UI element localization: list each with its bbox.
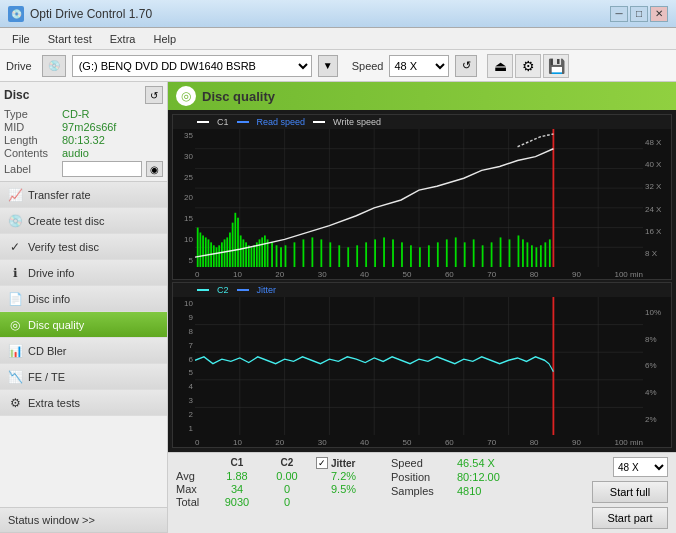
- sidebar-item-drive-info[interactable]: ℹ Drive info: [0, 260, 167, 286]
- svg-rect-48: [303, 239, 305, 267]
- svg-rect-49: [311, 237, 313, 267]
- speed-refresh-button[interactable]: ↺: [455, 55, 477, 77]
- samples-stat-value: 4810: [457, 485, 481, 497]
- menu-help[interactable]: Help: [145, 31, 184, 47]
- drive-arrow-button[interactable]: ▼: [318, 55, 338, 77]
- sidebar-item-transfer-rate[interactable]: 📈 Transfer rate: [0, 182, 167, 208]
- nav-items: 📈 Transfer rate 💿 Create test disc ✓ Ver…: [0, 182, 167, 507]
- drive-select[interactable]: (G:) BENQ DVD DD DW1640 BSRB: [72, 55, 312, 77]
- read-speed-legend-color: [237, 121, 249, 123]
- drive-info-icon: ℹ: [8, 266, 22, 280]
- max-c2: 0: [262, 483, 312, 495]
- menu-start-test[interactable]: Start test: [40, 31, 100, 47]
- chart1-svg: [195, 129, 643, 267]
- svg-rect-56: [374, 239, 376, 267]
- c2-legend-label: C2: [217, 285, 229, 295]
- disc-info-label: Disc info: [28, 293, 70, 305]
- svg-rect-76: [535, 247, 537, 267]
- svg-rect-72: [518, 235, 520, 267]
- avg-c1: 1.88: [212, 470, 262, 482]
- write-speed-legend-label: Write speed: [333, 117, 381, 127]
- status-window-button[interactable]: Status window >>: [0, 507, 167, 533]
- disc-quality-icon: ◎: [8, 318, 22, 332]
- label-input[interactable]: [62, 161, 142, 177]
- svg-rect-23: [216, 247, 218, 267]
- speed-stat-label: Speed: [391, 457, 453, 469]
- sidebar-item-create-test-disc[interactable]: 💿 Create test disc: [0, 208, 167, 234]
- start-full-button[interactable]: Start full: [592, 481, 668, 503]
- verify-test-disc-label: Verify test disc: [28, 241, 99, 253]
- length-value: 80:13.32: [62, 134, 105, 146]
- menu-extra[interactable]: Extra: [102, 31, 144, 47]
- mid-key: MID: [4, 121, 62, 133]
- sidebar-item-verify-test-disc[interactable]: ✓ Verify test disc: [0, 234, 167, 260]
- settings-button[interactable]: ⚙: [515, 54, 541, 78]
- svg-rect-59: [401, 242, 403, 267]
- chart1-y-axis-right: 48 X 40 X 32 X 24 X 16 X 8 X: [643, 129, 671, 267]
- minimize-button[interactable]: ─: [610, 6, 628, 22]
- type-key: Type: [4, 108, 62, 120]
- svg-rect-63: [437, 242, 439, 267]
- sidebar-item-fe-te[interactable]: 📉 FE / TE: [0, 364, 167, 390]
- drive-bar: Drive 💿 (G:) BENQ DVD DD DW1640 BSRB ▼ S…: [0, 50, 676, 82]
- total-c2: 0: [262, 496, 312, 508]
- charts-container: C1 Read speed Write speed 35 30 25 20 15: [168, 110, 676, 452]
- fe-te-label: FE / TE: [28, 371, 65, 383]
- svg-rect-20: [208, 239, 210, 267]
- label-set-button[interactable]: ◉: [146, 161, 163, 177]
- svg-rect-29: [232, 223, 234, 267]
- c2-legend-color: [197, 289, 209, 291]
- sidebar-item-extra-tests[interactable]: ⚙ Extra tests: [0, 390, 167, 416]
- svg-rect-37: [253, 245, 255, 267]
- eject-button[interactable]: ⏏: [487, 54, 513, 78]
- jitter-col-header: Jitter: [331, 458, 355, 469]
- drive-label: Drive: [6, 60, 32, 72]
- svg-rect-30: [234, 213, 236, 267]
- disc-quality-label: Disc quality: [28, 319, 84, 331]
- svg-rect-65: [455, 237, 457, 267]
- disc-section-label: Disc: [4, 88, 29, 102]
- position-stat-value: 80:12.00: [457, 471, 500, 483]
- length-key: Length: [4, 134, 62, 146]
- svg-rect-24: [218, 245, 220, 267]
- avg-label: Avg: [176, 470, 212, 482]
- chart2-y-axis-left: 10 9 8 7 6 5 4 3 2 1: [173, 297, 195, 435]
- test-speed-select[interactable]: 48 X: [613, 457, 668, 477]
- disc-quality-title: Disc quality: [202, 89, 275, 104]
- disc-refresh-button[interactable]: ↺: [145, 86, 163, 104]
- svg-rect-22: [213, 245, 215, 267]
- type-value: CD-R: [62, 108, 90, 120]
- transfer-rate-label: Transfer rate: [28, 189, 91, 201]
- svg-rect-45: [280, 247, 282, 267]
- svg-rect-28: [229, 233, 231, 268]
- app-icon: 💿: [8, 6, 24, 22]
- close-button[interactable]: ✕: [650, 6, 668, 22]
- svg-rect-19: [205, 237, 207, 267]
- svg-rect-78: [544, 242, 546, 267]
- svg-rect-61: [419, 247, 421, 267]
- sidebar-item-disc-info[interactable]: 📄 Disc info: [0, 286, 167, 312]
- svg-rect-51: [329, 242, 331, 267]
- chart1-x-axis: 0 10 20 30 40 50 60 70 80 90 100 min: [195, 270, 643, 279]
- samples-stat-label: Samples: [391, 485, 453, 497]
- svg-rect-44: [276, 245, 278, 267]
- start-part-button[interactable]: Start part: [592, 507, 668, 529]
- sidebar-item-cd-bler[interactable]: 📊 CD Bler: [0, 338, 167, 364]
- read-speed-legend-label: Read speed: [257, 117, 306, 127]
- svg-rect-55: [365, 242, 367, 267]
- svg-rect-66: [464, 242, 466, 267]
- sidebar: Disc ↺ Type CD-R MID 97m26s66f Length 80…: [0, 82, 168, 533]
- maximize-button[interactable]: □: [630, 6, 648, 22]
- save-button[interactable]: 💾: [543, 54, 569, 78]
- avg-jitter: 7.2%: [316, 470, 371, 482]
- sidebar-item-disc-quality[interactable]: ◎ Disc quality: [0, 312, 167, 338]
- svg-rect-60: [410, 245, 412, 267]
- c1-legend-color: [197, 121, 209, 123]
- speed-select[interactable]: 48 X: [389, 55, 449, 77]
- jitter-checkbox[interactable]: ✓: [316, 457, 328, 469]
- c2-col-header: C2: [262, 457, 312, 469]
- svg-rect-74: [527, 242, 529, 267]
- speed-label: Speed: [352, 60, 384, 72]
- menu-file[interactable]: File: [4, 31, 38, 47]
- cd-bler-label: CD Bler: [28, 345, 67, 357]
